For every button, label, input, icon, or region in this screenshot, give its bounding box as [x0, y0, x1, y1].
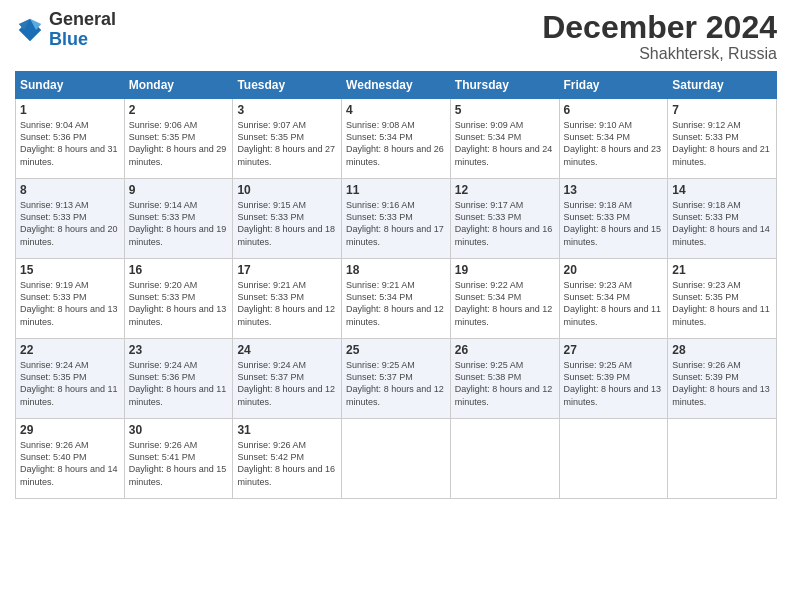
calendar-table: SundayMondayTuesdayWednesdayThursdayFrid… [15, 71, 777, 499]
day-info: Sunrise: 9:23 AMSunset: 5:34 PMDaylight:… [564, 279, 664, 328]
calendar-day-22: 22Sunrise: 9:24 AMSunset: 5:35 PMDayligh… [16, 339, 125, 419]
calendar-day-1: 1Sunrise: 9:04 AMSunset: 5:36 PMDaylight… [16, 99, 125, 179]
logo: General Blue [15, 10, 116, 50]
day-info: Sunrise: 9:08 AMSunset: 5:34 PMDaylight:… [346, 119, 446, 168]
calendar-day-16: 16Sunrise: 9:20 AMSunset: 5:33 PMDayligh… [124, 259, 233, 339]
day-number: 2 [129, 103, 229, 117]
calendar-day-15: 15Sunrise: 9:19 AMSunset: 5:33 PMDayligh… [16, 259, 125, 339]
empty-cell [668, 419, 777, 499]
day-info: Sunrise: 9:26 AMSunset: 5:40 PMDaylight:… [20, 439, 120, 488]
day-number: 12 [455, 183, 555, 197]
empty-cell [342, 419, 451, 499]
weekday-header-thursday: Thursday [450, 72, 559, 99]
day-info: Sunrise: 9:15 AMSunset: 5:33 PMDaylight:… [237, 199, 337, 248]
calendar-day-8: 8Sunrise: 9:13 AMSunset: 5:33 PMDaylight… [16, 179, 125, 259]
day-info: Sunrise: 9:07 AMSunset: 5:35 PMDaylight:… [237, 119, 337, 168]
calendar-day-4: 4Sunrise: 9:08 AMSunset: 5:34 PMDaylight… [342, 99, 451, 179]
weekday-header-friday: Friday [559, 72, 668, 99]
calendar-day-13: 13Sunrise: 9:18 AMSunset: 5:33 PMDayligh… [559, 179, 668, 259]
calendar-day-5: 5Sunrise: 9:09 AMSunset: 5:34 PMDaylight… [450, 99, 559, 179]
day-number: 5 [455, 103, 555, 117]
day-info: Sunrise: 9:25 AMSunset: 5:38 PMDaylight:… [455, 359, 555, 408]
calendar-week-4: 22Sunrise: 9:24 AMSunset: 5:35 PMDayligh… [16, 339, 777, 419]
weekday-header-saturday: Saturday [668, 72, 777, 99]
day-number: 4 [346, 103, 446, 117]
month-title: December 2024 [542, 10, 777, 45]
calendar-body: 1Sunrise: 9:04 AMSunset: 5:36 PMDaylight… [16, 99, 777, 499]
day-info: Sunrise: 9:24 AMSunset: 5:36 PMDaylight:… [129, 359, 229, 408]
calendar-week-1: 1Sunrise: 9:04 AMSunset: 5:36 PMDaylight… [16, 99, 777, 179]
weekday-header-wednesday: Wednesday [342, 72, 451, 99]
calendar-day-26: 26Sunrise: 9:25 AMSunset: 5:38 PMDayligh… [450, 339, 559, 419]
day-number: 27 [564, 343, 664, 357]
day-number: 8 [20, 183, 120, 197]
day-info: Sunrise: 9:24 AMSunset: 5:35 PMDaylight:… [20, 359, 120, 408]
day-number: 1 [20, 103, 120, 117]
day-number: 30 [129, 423, 229, 437]
calendar-day-21: 21Sunrise: 9:23 AMSunset: 5:35 PMDayligh… [668, 259, 777, 339]
calendar-day-19: 19Sunrise: 9:22 AMSunset: 5:34 PMDayligh… [450, 259, 559, 339]
day-info: Sunrise: 9:04 AMSunset: 5:36 PMDaylight:… [20, 119, 120, 168]
day-number: 6 [564, 103, 664, 117]
day-info: Sunrise: 9:20 AMSunset: 5:33 PMDaylight:… [129, 279, 229, 328]
calendar-day-18: 18Sunrise: 9:21 AMSunset: 5:34 PMDayligh… [342, 259, 451, 339]
svg-marker-0 [19, 19, 42, 42]
day-info: Sunrise: 9:18 AMSunset: 5:33 PMDaylight:… [564, 199, 664, 248]
day-info: Sunrise: 9:13 AMSunset: 5:33 PMDaylight:… [20, 199, 120, 248]
day-info: Sunrise: 9:26 AMSunset: 5:41 PMDaylight:… [129, 439, 229, 488]
calendar-day-30: 30Sunrise: 9:26 AMSunset: 5:41 PMDayligh… [124, 419, 233, 499]
calendar-day-12: 12Sunrise: 9:17 AMSunset: 5:33 PMDayligh… [450, 179, 559, 259]
day-number: 20 [564, 263, 664, 277]
day-number: 9 [129, 183, 229, 197]
day-info: Sunrise: 9:10 AMSunset: 5:34 PMDaylight:… [564, 119, 664, 168]
day-info: Sunrise: 9:16 AMSunset: 5:33 PMDaylight:… [346, 199, 446, 248]
day-number: 31 [237, 423, 337, 437]
calendar-day-31: 31Sunrise: 9:26 AMSunset: 5:42 PMDayligh… [233, 419, 342, 499]
day-info: Sunrise: 9:21 AMSunset: 5:34 PMDaylight:… [346, 279, 446, 328]
calendar-day-23: 23Sunrise: 9:24 AMSunset: 5:36 PMDayligh… [124, 339, 233, 419]
empty-cell [559, 419, 668, 499]
title-section: December 2024 Shakhtersk, Russia [542, 10, 777, 63]
calendar-day-2: 2Sunrise: 9:06 AMSunset: 5:35 PMDaylight… [124, 99, 233, 179]
day-info: Sunrise: 9:26 AMSunset: 5:42 PMDaylight:… [237, 439, 337, 488]
weekday-header-sunday: Sunday [16, 72, 125, 99]
day-number: 28 [672, 343, 772, 357]
calendar-day-29: 29Sunrise: 9:26 AMSunset: 5:40 PMDayligh… [16, 419, 125, 499]
calendar-day-6: 6Sunrise: 9:10 AMSunset: 5:34 PMDaylight… [559, 99, 668, 179]
day-number: 15 [20, 263, 120, 277]
day-number: 23 [129, 343, 229, 357]
calendar-week-3: 15Sunrise: 9:19 AMSunset: 5:33 PMDayligh… [16, 259, 777, 339]
calendar-day-9: 9Sunrise: 9:14 AMSunset: 5:33 PMDaylight… [124, 179, 233, 259]
day-info: Sunrise: 9:26 AMSunset: 5:39 PMDaylight:… [672, 359, 772, 408]
page-header: General Blue December 2024 Shakhtersk, R… [15, 10, 777, 63]
day-number: 18 [346, 263, 446, 277]
calendar-day-27: 27Sunrise: 9:25 AMSunset: 5:39 PMDayligh… [559, 339, 668, 419]
day-number: 14 [672, 183, 772, 197]
calendar-day-25: 25Sunrise: 9:25 AMSunset: 5:37 PMDayligh… [342, 339, 451, 419]
day-number: 25 [346, 343, 446, 357]
calendar-day-28: 28Sunrise: 9:26 AMSunset: 5:39 PMDayligh… [668, 339, 777, 419]
calendar-day-11: 11Sunrise: 9:16 AMSunset: 5:33 PMDayligh… [342, 179, 451, 259]
weekday-header-monday: Monday [124, 72, 233, 99]
weekday-header-tuesday: Tuesday [233, 72, 342, 99]
calendar-day-10: 10Sunrise: 9:15 AMSunset: 5:33 PMDayligh… [233, 179, 342, 259]
day-number: 13 [564, 183, 664, 197]
day-info: Sunrise: 9:12 AMSunset: 5:33 PMDaylight:… [672, 119, 772, 168]
logo-icon [15, 15, 45, 45]
logo-text: General Blue [49, 10, 116, 50]
day-info: Sunrise: 9:06 AMSunset: 5:35 PMDaylight:… [129, 119, 229, 168]
calendar-day-24: 24Sunrise: 9:24 AMSunset: 5:37 PMDayligh… [233, 339, 342, 419]
day-number: 3 [237, 103, 337, 117]
day-number: 7 [672, 103, 772, 117]
calendar-day-14: 14Sunrise: 9:18 AMSunset: 5:33 PMDayligh… [668, 179, 777, 259]
day-number: 26 [455, 343, 555, 357]
day-info: Sunrise: 9:24 AMSunset: 5:37 PMDaylight:… [237, 359, 337, 408]
calendar-header-row: SundayMondayTuesdayWednesdayThursdayFrid… [16, 72, 777, 99]
day-number: 10 [237, 183, 337, 197]
day-info: Sunrise: 9:21 AMSunset: 5:33 PMDaylight:… [237, 279, 337, 328]
day-info: Sunrise: 9:14 AMSunset: 5:33 PMDaylight:… [129, 199, 229, 248]
day-number: 17 [237, 263, 337, 277]
day-number: 29 [20, 423, 120, 437]
day-info: Sunrise: 9:25 AMSunset: 5:39 PMDaylight:… [564, 359, 664, 408]
calendar-day-17: 17Sunrise: 9:21 AMSunset: 5:33 PMDayligh… [233, 259, 342, 339]
